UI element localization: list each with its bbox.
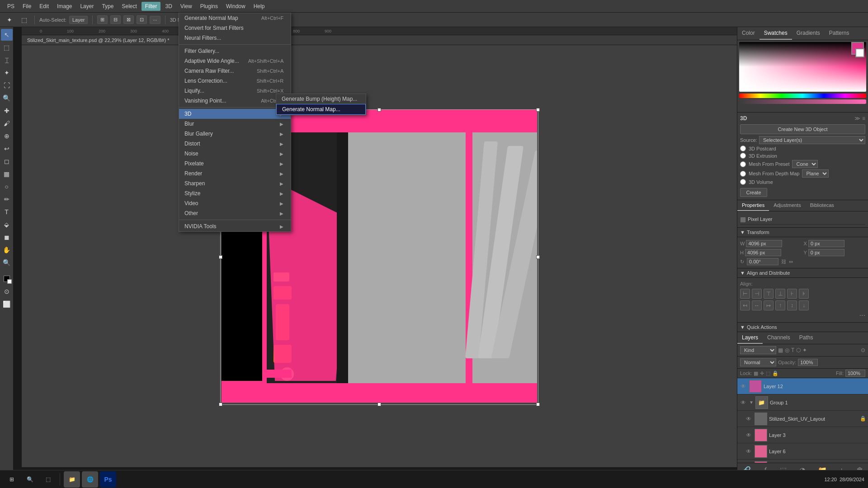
- menu-liquify[interactable]: Liquify... Shift+Ctrl+X: [179, 86, 291, 96]
- menu-filter-gallery[interactable]: Filter Gallery...: [179, 46, 291, 56]
- align-right-btn[interactable]: ⊤: [764, 289, 774, 299]
- tool-pen[interactable]: ✏: [1, 193, 13, 205]
- taskbar-file-explorer[interactable]: 📁: [64, 471, 80, 488]
- align-hcenter-btn[interactable]: ⊣: [752, 289, 762, 299]
- radio-volume-input[interactable]: [740, 179, 746, 185]
- menu-blur[interactable]: Blur ▶: [179, 119, 291, 129]
- align-options-btn[interactable]: ···: [859, 311, 865, 319]
- menu-vanishing-point[interactable]: Vanishing Point... Alt+Ctrl+V: [179, 96, 291, 106]
- start-btn[interactable]: ⊞: [4, 471, 20, 488]
- tool-shape[interactable]: ◼: [1, 231, 13, 243]
- menu-layer[interactable]: Layer: [76, 2, 97, 11]
- tool-type[interactable]: T: [1, 206, 13, 218]
- tool-magic-wand[interactable]: ✦: [1, 67, 13, 79]
- quick-actions-header[interactable]: ▼ Quick Actions: [737, 323, 868, 332]
- tool-hand[interactable]: ✋: [1, 244, 13, 256]
- source-select[interactable]: Selected Layer(s): [759, 136, 865, 144]
- blend-mode-select[interactable]: Normal: [740, 358, 776, 366]
- more-options-btn[interactable]: ···: [150, 16, 160, 24]
- menu-view[interactable]: View: [177, 2, 196, 11]
- menu-3d-submenu[interactable]: 3D ▶: [179, 109, 291, 119]
- lock-all-btn[interactable]: 🔒: [772, 371, 778, 376]
- filter-smart-icon[interactable]: ✦: [802, 347, 807, 353]
- panel-3d-menu[interactable]: ≡: [862, 115, 865, 122]
- dist-left-btn[interactable]: ↤: [740, 300, 750, 310]
- submenu-gen-bump[interactable]: Generate Bump (Height) Map...: [276, 94, 366, 104]
- menu-edit[interactable]: Edit: [36, 2, 52, 11]
- tab-properties[interactable]: Properties: [737, 200, 769, 211]
- radio-mesh-preset-input[interactable]: [740, 161, 746, 167]
- filter-adjust-icon[interactable]: ◎: [785, 347, 789, 353]
- menu-stylize[interactable]: Stylize ▶: [179, 188, 291, 198]
- submenu-gen-normal[interactable]: Generate Normal Map...: [276, 104, 366, 115]
- menu-render[interactable]: Render ▶: [179, 169, 291, 178]
- tool-zoom[interactable]: 🔍: [1, 257, 13, 268]
- tool-brush[interactable]: 🖌: [1, 117, 13, 129]
- taskbar-ps[interactable]: Ps: [100, 471, 116, 488]
- tool-crop[interactable]: ⛶: [1, 80, 13, 91]
- tab-channels[interactable]: Channels: [763, 332, 795, 344]
- menu-pixelate[interactable]: Pixelate ▶: [179, 159, 291, 169]
- menu-lens-correction[interactable]: Lens Correction... Shift+Ctrl+R: [179, 76, 291, 86]
- lock-artboard-btn[interactable]: ⬚: [766, 371, 770, 376]
- tool-clone[interactable]: ⊕: [1, 130, 13, 142]
- dist-bottom-btn[interactable]: ↓: [799, 300, 809, 310]
- tool-gradient[interactable]: ▦: [1, 168, 13, 180]
- tool-select-rect[interactable]: ⬚: [1, 42, 13, 53]
- create-3d-button[interactable]: Create New 3D Object: [740, 124, 865, 134]
- layer-vis-12[interactable]: 👁: [739, 382, 747, 390]
- dist-hcenter-btn[interactable]: ↔: [752, 300, 762, 310]
- x-input[interactable]: [808, 240, 844, 247]
- layer-vis-3[interactable]: 👁: [745, 431, 753, 439]
- layer-filter-toggle[interactable]: ⊙: [861, 347, 865, 353]
- align-vcenter-btn[interactable]: ⊦: [787, 289, 797, 299]
- lock-position-btn[interactable]: ✛: [760, 371, 764, 376]
- tool-screen-mode[interactable]: ⬜: [1, 298, 13, 310]
- layer-row-5[interactable]: 👁 Layer 5: [737, 460, 868, 463]
- layer-row-6[interactable]: 👁 Layer 6: [737, 443, 868, 460]
- align-left-btn[interactable]: ⊢: [740, 289, 750, 299]
- tab-layers[interactable]: Layers: [737, 332, 763, 344]
- menu-camera-raw[interactable]: Camera Raw Filter... Shift+Ctrl+A: [179, 66, 291, 76]
- filter-shape-icon[interactable]: ⬡: [796, 347, 801, 353]
- menu-help[interactable]: Help: [250, 2, 269, 11]
- dist-vcenter-btn[interactable]: ↕: [787, 300, 797, 310]
- tab-patterns[interactable]: Patterns: [825, 27, 854, 40]
- layer-row-3[interactable]: 👁 Layer 3: [737, 427, 868, 443]
- menu-convert-smart[interactable]: Convert for Smart Filters: [179, 23, 291, 33]
- tab-bibliotecas[interactable]: Bibliotecas: [806, 200, 839, 211]
- menu-image[interactable]: Image: [53, 2, 75, 11]
- menu-sharpen[interactable]: Sharpen ▶: [179, 178, 291, 188]
- width-input[interactable]: [746, 240, 782, 247]
- mesh-depth-select[interactable]: Plane: [802, 169, 829, 178]
- align-top-btn-2[interactable]: ⊥: [775, 289, 785, 299]
- menu-3d[interactable]: 3D: [161, 2, 175, 11]
- menu-plugins[interactable]: Plugins: [197, 2, 222, 11]
- menu-window[interactable]: Window: [222, 2, 249, 11]
- menu-select[interactable]: Select: [118, 2, 140, 11]
- align-center-btn[interactable]: ⊟: [110, 15, 121, 24]
- tool-eyedropper[interactable]: 🔍: [1, 92, 13, 104]
- menu-video[interactable]: Video ▶: [179, 198, 291, 208]
- filter-text-icon[interactable]: T: [791, 347, 794, 353]
- menu-noise[interactable]: Noise ▶: [179, 149, 291, 159]
- tab-color[interactable]: Color: [737, 27, 760, 40]
- menu-generate-normal-map[interactable]: Generate Normal Map Alt+Ctrl+F: [179, 13, 291, 23]
- layer-row-uv[interactable]: 👁 Stilized_Skirt_UV_Layout 🔒: [737, 411, 868, 427]
- tool-lasso[interactable]: ⌶: [1, 54, 13, 66]
- align-section-header[interactable]: ▼ Align and Distribute: [737, 268, 868, 278]
- layer-select-dropdown[interactable]: Layer: [69, 16, 88, 24]
- tool-dodge[interactable]: ○: [1, 181, 13, 192]
- tool-heal[interactable]: ✚: [1, 105, 13, 117]
- menu-adaptive-wide[interactable]: Adaptive Wide Angle... Alt+Shift+Ctrl+A: [179, 56, 291, 66]
- tab-swatches[interactable]: Swatches: [760, 27, 792, 40]
- menu-neural-filters[interactable]: Neural Filters...: [179, 33, 291, 43]
- panel-3d-expand[interactable]: ≫: [854, 115, 860, 122]
- align-bottom-btn[interactable]: ⊧: [799, 289, 809, 299]
- move-tool-btn[interactable]: ✦: [4, 14, 15, 26]
- menu-filter[interactable]: Filter: [142, 2, 161, 11]
- align-right-btn[interactable]: ⊠: [123, 15, 134, 24]
- tool-foreground-bg[interactable]: [1, 273, 13, 285]
- tool-move[interactable]: ↖: [1, 29, 13, 41]
- tab-gradients[interactable]: Gradients: [792, 27, 825, 40]
